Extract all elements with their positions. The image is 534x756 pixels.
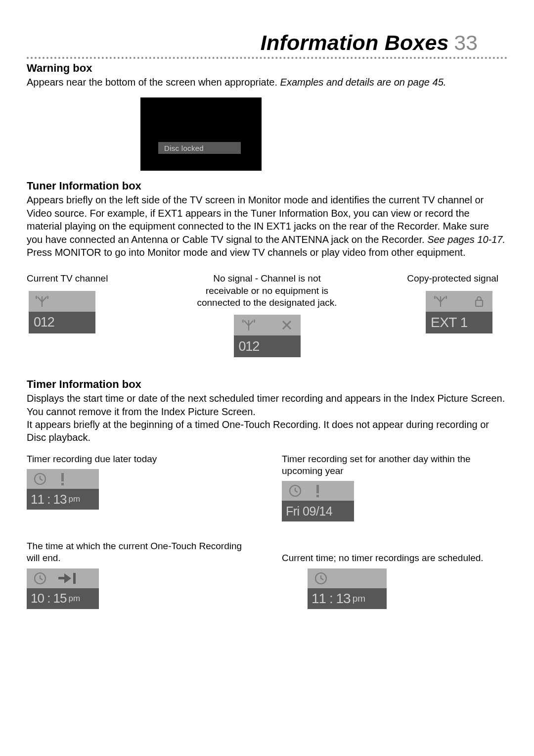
timer-time-now: 11 : 13 [312,591,351,607]
timer-box-now: 11 : 13 pm [308,568,387,609]
antenna-icon [35,294,49,309]
warning-body-italic: Examples and details are on page 45. [280,77,446,88]
tuner-body-tail: Press MONITOR to go into Monitor mode an… [27,247,465,258]
timer-time-today: 11 : 13 [31,492,67,507]
tuner-col-copy-protected: Copy-protected signal EXT 1 [363,273,507,333]
title-divider [27,57,507,59]
page-title: Information Boxes [261,31,449,54]
skip-to-end-icon [58,573,76,584]
lock-icon [473,295,485,308]
timer-ampm-otr: pm [69,594,81,604]
warning-body: Appears near the bottom of the screen wh… [27,76,507,89]
clock-icon [313,571,328,586]
antenna-icon [241,318,256,332]
tuner-col-no-signal: No signal - Channel is not receivable or… [195,273,339,357]
tuner-col-current-channel: Current TV channel 012 [27,273,171,333]
tuner-value-copyprot: EXT 1 [426,312,492,333]
timer-ampm-today: pm [69,494,81,504]
timer-caption-now: Current time; no timer recordings are sc… [282,552,507,564]
page-number: 33 [454,31,478,54]
timer-body-2: It appears briefly at the beginning of a… [27,418,507,444]
antenna-icon [433,294,448,309]
warning-message-bar: Disc locked [158,142,241,154]
tuner-body: Appears briefly on the left side of the … [27,193,507,259]
tuner-caption-current: Current TV channel [27,273,171,284]
warning-example-screen: Disc locked [140,97,262,171]
clock-icon [33,571,47,586]
tuner-body-italic: See pages 10-17. [427,234,505,245]
tuner-box-copyprot: EXT 1 [426,291,492,333]
tuner-caption-nosignal: No signal - Channel is not receivable or… [195,273,339,309]
tuner-value-current: 012 [29,312,95,333]
no-signal-icon [281,319,293,331]
timer-ampm-now: pm [353,593,365,604]
tuner-body-main: Appears briefly on the left side of the … [27,194,489,244]
timer-caption-today: Timer recording due later today [27,453,252,465]
timer-col-left: Timer recording due later today 11 : 13 … [27,453,252,609]
warning-message-text: Disc locked [164,144,204,152]
page-title-row: Information Boxes 33 [27,31,478,55]
timer-box-future: Fri 09/14 [282,481,354,521]
alert-icon [58,472,66,486]
timer-box-otr-end: 10 : 15 pm [27,568,99,609]
tuner-caption-copyprot: Copy-protected signal [363,273,507,284]
timer-body-1: Displays the start time or date of the n… [27,392,507,418]
timer-time-otr: 10 : 15 [31,591,67,606]
timer-col-right: Timer recording set for another day with… [282,453,507,609]
timer-heading: Timer Information box [27,378,507,391]
svg-rect-0 [476,300,483,306]
tuner-box-nosignal: 012 [234,315,301,357]
timer-box-today: 11 : 13 pm [27,469,99,510]
clock-icon [33,472,47,486]
timer-caption-otr-end: The time at which the current One-Touch … [27,540,252,565]
tuner-box-current: 012 [29,291,95,333]
tuner-heading: Tuner Information box [27,180,507,192]
warning-body-plain: Appears near the bottom of the screen wh… [27,77,280,88]
tuner-value-nosignal: 012 [234,335,301,357]
timer-date-future: Fri 09/14 [286,504,332,519]
clock-icon [288,483,303,498]
warning-heading: Warning box [27,62,507,75]
alert-icon [313,484,321,498]
timer-caption-future: Timer recording set for another day with… [282,453,507,477]
